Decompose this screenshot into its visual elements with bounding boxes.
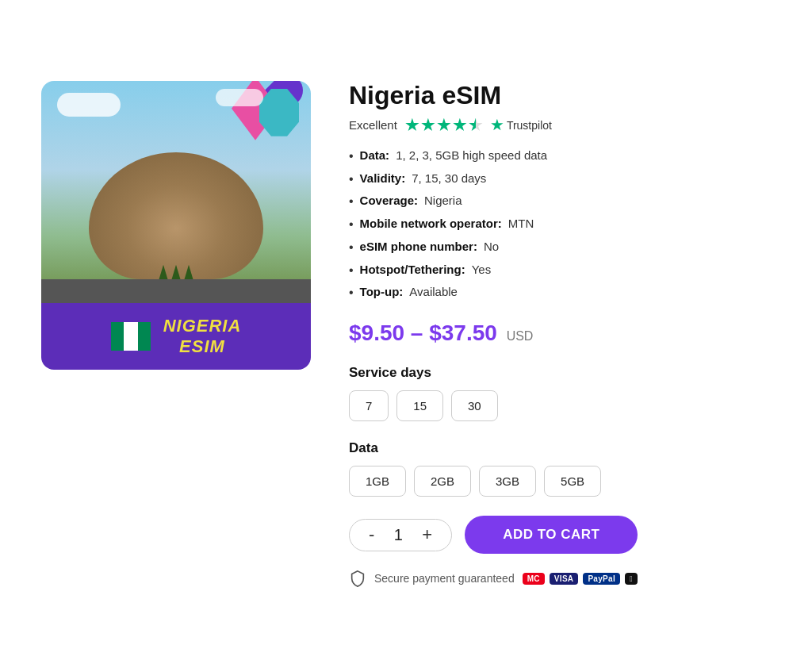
mastercard-icon: MC [523, 573, 545, 585]
spec-operator: Mobile network operator: MTN [349, 217, 771, 233]
trustpilot-badge: Trustpilot [491, 119, 552, 132]
road [41, 279, 311, 303]
spec-data-key: Data: [360, 148, 390, 162]
data-options: 1GB 2GB 3GB 5GB [349, 466, 771, 497]
spec-hotspot: Hotspot/Tethering: Yes [349, 263, 771, 279]
data-5gb[interactable]: 5GB [544, 466, 601, 497]
svg-rect-1 [111, 322, 124, 351]
product-details: Nigeria eSIM Excellent Trustpilot Data: … [349, 81, 771, 588]
payment-icons: MC VISA PayPal  [523, 573, 638, 585]
star-5-half [469, 118, 483, 132]
spec-coverage: Coverage: Nigeria [349, 194, 771, 210]
apple-pay-icon:  [625, 573, 638, 585]
data-1gb[interactable]: 1GB [349, 466, 406, 497]
service-days-options: 7 15 30 [349, 390, 771, 421]
spec-topup: Top-up: Available [349, 285, 771, 301]
star-4 [453, 118, 467, 132]
spec-data-value: 1, 2, 3, 5GB high speed data [396, 148, 547, 162]
banner-text: NIGERIAESIM [163, 316, 242, 358]
add-to-cart-button[interactable]: ADD TO CART [465, 516, 638, 554]
star-3 [437, 118, 451, 132]
spec-topup-key: Top-up: [360, 285, 404, 298]
service-day-15[interactable]: 15 [396, 390, 443, 421]
qty-increase-button[interactable]: + [419, 526, 435, 543]
spec-hotspot-key: Hotspot/Tethering: [360, 263, 465, 276]
qty-decrease-button[interactable]: - [366, 526, 377, 543]
rating-row: Excellent Trustpilot [349, 118, 771, 132]
spec-phone-number: eSIM phone number: No [349, 240, 771, 256]
quantity-stepper: - 1 + [349, 519, 452, 551]
price-value: $9.50 – $37.50 [349, 321, 497, 345]
paypal-icon: PayPal [583, 573, 620, 585]
service-day-7[interactable]: 7 [349, 390, 389, 421]
spec-operator-key: Mobile network operator: [360, 217, 502, 230]
spec-coverage-key: Coverage: [360, 194, 418, 207]
product-image-wrapper: NIGERIAESIM [41, 81, 311, 370]
price-range: $9.50 – $37.50 USD [349, 321, 771, 346]
spec-phone-number-value: No [484, 240, 499, 253]
service-days-label: Service days [349, 365, 771, 381]
product-banner: NIGERIAESIM [41, 303, 311, 370]
rating-label: Excellent [349, 118, 397, 132]
data-2gb[interactable]: 2GB [414, 466, 471, 497]
deco-blue-shape [259, 89, 299, 136]
spec-list: Data: 1, 2, 3, 5GB high speed data Valid… [349, 148, 771, 302]
star-1 [405, 118, 419, 132]
price-currency: USD [507, 329, 534, 343]
spec-validity-key: Validity: [360, 171, 406, 185]
trustpilot-star-icon [491, 119, 504, 132]
spec-topup-value: Available [409, 285, 458, 298]
trees [159, 265, 193, 281]
qty-cart-row: - 1 + ADD TO CART [349, 516, 771, 554]
star-2 [421, 118, 435, 132]
spec-validity: Validity: 7, 15, 30 days [349, 171, 771, 188]
spec-operator-value: MTN [508, 217, 534, 230]
stars-container [405, 118, 483, 132]
secure-label: Secure payment guaranteed [374, 572, 515, 585]
product-title: Nigeria eSIM [349, 81, 771, 110]
spec-hotspot-value: Yes [472, 263, 491, 276]
spec-data: Data: 1, 2, 3, 5GB high speed data [349, 148, 771, 165]
data-label: Data [349, 440, 771, 456]
cloud-2 [216, 89, 263, 106]
spec-coverage-value: Nigeria [424, 194, 462, 207]
data-3gb[interactable]: 3GB [479, 466, 536, 497]
cloud-1 [57, 93, 121, 117]
trustpilot-label: Trustpilot [507, 119, 552, 132]
qty-value: 1 [390, 526, 406, 544]
secure-payment-row: Secure payment guaranteed MC VISA PayPal… [349, 570, 771, 587]
rock-formation [89, 152, 263, 279]
shield-icon [349, 570, 366, 587]
spec-phone-number-key: eSIM phone number: [360, 240, 477, 253]
product-page: NIGERIAESIM Nigeria eSIM Excellent Trust… [25, 49, 787, 620]
service-day-30[interactable]: 30 [451, 390, 498, 421]
svg-rect-2 [138, 322, 151, 351]
visa-icon: VISA [550, 573, 579, 585]
product-image [41, 81, 311, 303]
spec-validity-value: 7, 15, 30 days [412, 171, 486, 185]
nigeria-flag-icon [111, 322, 151, 351]
svg-rect-3 [124, 322, 138, 351]
